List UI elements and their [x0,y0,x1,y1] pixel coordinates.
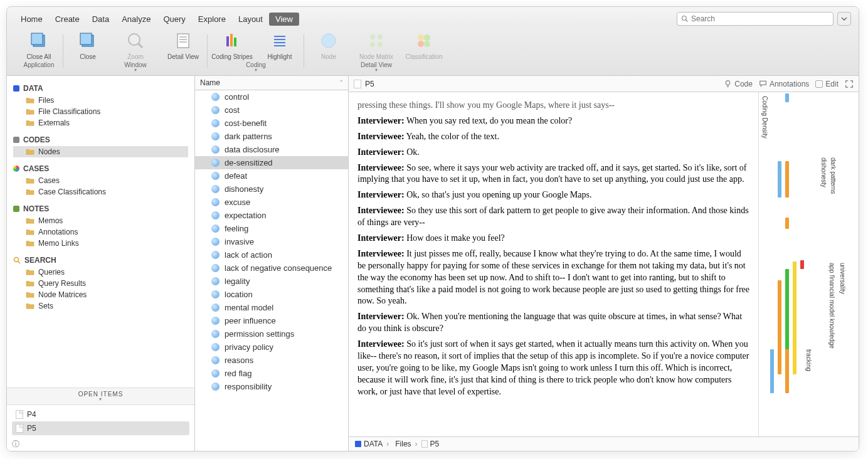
nav-item-queries[interactable]: Queries [13,266,188,278]
edit-checkbox[interactable] [815,80,823,88]
nav-item-node-matrices[interactable]: Node Matrices [13,289,188,300]
menu-view[interactable]: View [269,13,299,26]
document-tabbar: P5 Code Annotations Edit [349,76,859,92]
open-items-header[interactable]: OPEN ITEMS [7,388,194,405]
edit-toggle[interactable]: Edit [815,80,839,88]
nodes-list-header[interactable]: Name ˄ [195,76,348,90]
speech-bubble-icon [759,80,767,88]
node-cost-benefit[interactable]: cost-benefit [195,117,348,130]
node-privacy-policy[interactable]: privacy policy [195,340,348,354]
node-mental-model[interactable]: mental model [195,301,348,314]
transcript-line: Interviewee: So see, where it says your … [357,162,749,186]
node-data-disclosure[interactable]: data disclosure [195,143,348,156]
nav-section-head-data[interactable]: DATA [13,82,188,95]
nav-section-head-cases[interactable]: CASES [13,162,188,175]
node-cost[interactable]: cost [195,103,348,117]
node-excuse[interactable]: excuse [195,196,348,209]
stripe-label: tracking [805,349,812,371]
node-red-flag[interactable]: red flag [195,367,348,380]
nav-item-cases[interactable]: Cases [13,175,188,186]
node-dark-patterns[interactable]: dark patterns [195,130,348,143]
ribbon-close-all-button[interactable]: Close All [19,29,58,60]
coding-stripe[interactable] [778,280,781,374]
menu-create[interactable]: Create [49,13,86,26]
node-icon [211,185,220,193]
menu-analyze[interactable]: Analyze [115,13,157,26]
nav-section-data: DATAFilesFile ClassificationsExternals [7,80,194,131]
coding-stripe[interactable] [785,218,789,229]
nav-section-head-codes[interactable]: CODES [13,134,188,146]
node-icon [211,159,220,167]
node-expectation[interactable]: expectation [195,209,348,222]
coding-stripe[interactable] [793,261,797,374]
ribbon-group-application: Close AllApplication [14,29,63,73]
nav-item-sets[interactable]: Sets [13,300,188,312]
nav-section-head-notes[interactable]: NOTES [13,203,188,215]
ribbon-detail-view-button[interactable]: Detail View [164,29,203,60]
info-icon[interactable]: ⓘ [7,438,194,451]
nav-item-case-classifications[interactable]: Case Classifications [13,186,188,198]
coding-stripe[interactable] [785,349,789,393]
ribbon-group-coding: Coding StripesHighlightCoding▾ [208,29,304,73]
node-peer-influence[interactable]: peer influence [195,314,348,327]
node-lack-of-action[interactable]: lack of action [195,248,348,261]
node-lack-of-negative-consequence[interactable]: lack of negative consequence [195,261,348,275]
nav-item-memo-links[interactable]: Memo Links [13,238,188,249]
document-text[interactable]: pressing these things. I'll show you my … [349,92,758,436]
nav-item-nodes[interactable]: Nodes [13,146,188,157]
svg-rect-12 [226,36,229,46]
node-feeling[interactable]: feeling [195,222,348,235]
coding-stripe[interactable] [800,260,804,269]
node-permission-settings[interactable]: permission settings [195,327,348,340]
open-item-p4[interactable]: P4 [12,408,189,421]
coding-stripe[interactable] [778,161,781,198]
nav-item-annotations[interactable]: Annotations [13,226,188,238]
nav-item-files[interactable]: Files [13,95,188,106]
node-de-sensitized[interactable]: de-sensitized [195,156,348,169]
nav-item-memos[interactable]: Memos [13,215,188,226]
chevron-down-icon[interactable]: ▾ [375,67,378,73]
node-invasive[interactable]: invasive [195,235,348,248]
expand-icon[interactable] [845,80,854,88]
coding-stripe[interactable] [785,93,789,102]
search-icon [681,15,689,23]
coding-stripe[interactable] [785,161,789,198]
chevron-down-icon[interactable]: ▾ [134,67,137,73]
node-control[interactable]: control [195,90,348,103]
node-dishonesty[interactable]: dishonesty [195,182,348,196]
menu-home[interactable]: Home [14,13,49,26]
menu-layout[interactable]: Layout [232,13,269,26]
ribbon-highlight-button[interactable]: Highlight [260,29,299,60]
nav-section-head-search[interactable]: SEARCH [13,254,188,266]
node-legality[interactable]: legality [195,275,348,288]
node-reasons[interactable]: reasons [195,354,348,367]
breadcrumb-files[interactable]: Files [393,440,411,448]
coding-stripe[interactable] [770,349,774,393]
search-box[interactable] [677,12,834,26]
breadcrumb-data[interactable]: DATA [355,440,383,448]
breadcrumb-p5[interactable]: P5 [421,440,440,448]
search-scope-dropdown[interactable] [837,12,851,26]
ribbon-coding-stripes-button[interactable]: Coding Stripes [213,29,251,60]
nav-section-notes: NOTESMemosAnnotationsMemo Links [7,200,194,251]
annotations-button[interactable]: Annotations [759,80,809,88]
node-icon [211,93,220,101]
chevron-down-icon[interactable]: ▾ [255,67,257,73]
node-defeat[interactable]: defeat [195,169,348,182]
document-tab[interactable]: P5 [354,80,374,88]
menu-explore[interactable]: Explore [192,13,232,26]
transcript-line: Interviewer: Ok, so that's just you open… [357,189,749,201]
nav-item-file-classifications[interactable]: File Classifications [13,106,188,117]
nav-item-externals[interactable]: Externals [13,117,188,129]
node-location[interactable]: location [195,288,348,301]
node-responsibility[interactable]: responsibility [195,380,348,393]
menu-query[interactable]: Query [157,13,191,26]
ribbon-close-button[interactable]: Close [68,29,107,60]
menu-data[interactable]: Data [86,13,115,26]
search-input[interactable] [691,14,829,23]
transcript-line: Interviewer: How does it make you feel? [357,233,749,245]
node-icon [211,198,220,206]
open-item-p5[interactable]: P5 [12,421,189,435]
code-button[interactable]: Code [724,80,753,88]
nav-item-query-results[interactable]: Query Results [13,278,188,289]
